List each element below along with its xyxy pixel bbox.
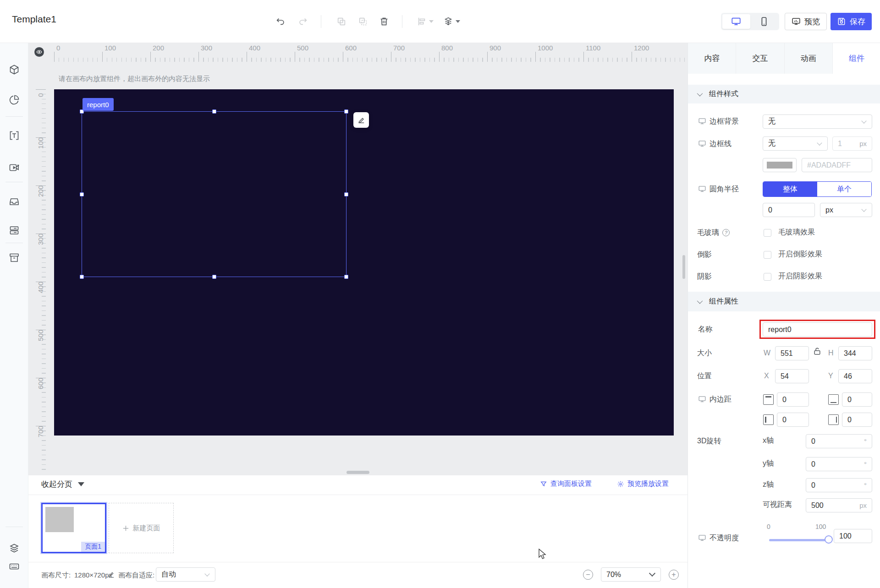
pages-divider (28, 562, 688, 562)
archive-box-icon[interactable] (9, 252, 20, 263)
tab-content[interactable]: 内容 (688, 43, 736, 74)
opacity-max-label: 100 (815, 523, 826, 530)
design-canvas[interactable]: report0 (54, 89, 674, 436)
h-ruler-ticks (54, 58, 688, 62)
canvas-fit-select[interactable]: 自动 (156, 567, 215, 582)
layers-icon[interactable] (9, 543, 20, 554)
radius-value-input[interactable]: 0 (763, 203, 815, 217)
panel-drag-handle[interactable] (346, 471, 369, 474)
radius-label: 圆角半径 (698, 184, 739, 194)
size-label: 大小 (697, 348, 712, 358)
glass-checkbox-label: 毛玻璃效果 (778, 228, 815, 237)
resize-handle-sw[interactable] (80, 275, 84, 279)
save-button[interactable]: 保存 (830, 13, 872, 30)
resize-handle-se[interactable] (344, 275, 348, 279)
radius-overall-button[interactable]: 整体 (763, 182, 817, 196)
resize-handle-ne[interactable] (344, 109, 348, 114)
align-caret-icon[interactable] (429, 20, 434, 23)
border-line-select[interactable]: 无 (763, 136, 828, 151)
plus-icon (122, 525, 129, 532)
canvas-size-label: 画布尺寸: (41, 571, 71, 580)
resize-handle-s[interactable] (212, 275, 216, 279)
keyboard-icon[interactable] (9, 561, 20, 572)
border-color-input[interactable]: #ADADADFF (802, 158, 872, 172)
name-label: 名称 (698, 324, 713, 334)
cube-3d-icon[interactable] (9, 64, 20, 75)
z-axis-input[interactable]: 0 ° (806, 478, 872, 492)
name-input[interactable]: report0 (763, 322, 872, 337)
layer-caret-icon[interactable] (456, 20, 460, 23)
vertical-scrollbar-thumb[interactable] (682, 255, 685, 279)
pie-chart-icon[interactable] (9, 94, 20, 105)
padding-bottom-input[interactable]: 0 (842, 392, 872, 407)
height-glyph: H (828, 349, 834, 357)
collapse-pages-button[interactable]: 收起分页 (41, 479, 84, 490)
desktop-toggle-button[interactable] (722, 14, 750, 29)
view-distance-input[interactable]: 500 px (806, 498, 872, 512)
properties-panel: 内容 交互 动画 组件 组件样式 边框背景 无 边框线 无 1 px (688, 43, 880, 588)
layer-order-icon[interactable] (443, 16, 454, 27)
opacity-value-input[interactable]: 100 (834, 529, 872, 543)
y-axis-input[interactable]: 0 ° (806, 457, 872, 471)
resize-handle-n[interactable] (212, 109, 216, 114)
zoom-out-button[interactable]: − (583, 570, 593, 580)
section-component-style[interactable]: 组件样式 (688, 85, 880, 103)
opacity-slider-track[interactable] (769, 539, 831, 541)
selection-rect[interactable] (82, 111, 346, 277)
paste-special-icon[interactable] (358, 16, 368, 27)
pages-panel: 收起分页 查询面板设置 预览播放设置 页面1 新建页面 画布尺寸: 1280×7… (28, 475, 688, 588)
padding-right-input[interactable]: 0 (842, 413, 872, 427)
text-icon[interactable] (9, 130, 20, 141)
preview-play-settings-link[interactable]: 预览播放设置 (617, 479, 669, 488)
database-icon[interactable] (9, 225, 20, 236)
glass-checkbox[interactable] (764, 229, 771, 237)
lock-aspect-icon[interactable] (813, 347, 822, 356)
reflection-checkbox[interactable] (764, 251, 771, 259)
tab-animation[interactable]: 动画 (785, 43, 833, 74)
zoom-level-select[interactable]: 70% (601, 567, 661, 582)
zoom-in-button[interactable]: + (669, 570, 679, 580)
align-icon[interactable] (416, 16, 427, 27)
delete-icon[interactable] (379, 16, 390, 27)
preview-button[interactable]: 预览 (785, 13, 827, 30)
y-input[interactable]: 46 (838, 369, 872, 383)
chevron-down-icon (861, 118, 866, 123)
resize-handle-e[interactable] (344, 192, 348, 196)
edit-component-button[interactable] (353, 112, 369, 128)
mobile-toggle-button[interactable] (750, 14, 778, 29)
panel-tabs: 内容 交互 动画 组件 (688, 43, 880, 74)
help-icon[interactable]: ? (722, 229, 730, 236)
padding-top-input[interactable]: 0 (777, 392, 809, 407)
x-input[interactable]: 54 (775, 369, 809, 383)
radius-unit-select[interactable]: px (820, 203, 872, 217)
query-panel-settings-link[interactable]: 查询面板设置 (540, 479, 592, 488)
padding-left-input[interactable]: 0 (777, 413, 809, 427)
opacity-slider-thumb[interactable] (825, 535, 833, 544)
resize-handle-w[interactable] (80, 192, 84, 196)
toolbar-divider (321, 15, 321, 28)
monitor-icon (698, 396, 706, 403)
chevron-down-icon (817, 140, 822, 145)
undo-icon[interactable] (275, 16, 286, 27)
video-icon[interactable] (9, 162, 20, 173)
eye-icon[interactable] (34, 47, 44, 57)
width-input[interactable]: 551 (775, 346, 809, 360)
border-color-swatch[interactable] (763, 158, 797, 172)
height-input[interactable]: 344 (838, 346, 872, 360)
border-width-input[interactable]: 1 px (832, 136, 872, 151)
glass-label: 毛玻璃 ? (697, 228, 730, 238)
tab-component[interactable]: 组件 (833, 43, 880, 74)
redo-icon[interactable] (297, 16, 308, 27)
border-bg-select[interactable]: 无 (763, 114, 872, 129)
radius-single-button[interactable]: 单个 (817, 182, 871, 196)
x-axis-input[interactable]: 0 ° (806, 434, 872, 448)
edit-canvas-size-icon[interactable] (107, 570, 116, 578)
page-thumbnail-1[interactable]: 页面1 (41, 503, 106, 553)
section-component-attrs[interactable]: 组件属性 (688, 292, 880, 311)
shadow-checkbox[interactable] (764, 273, 771, 281)
component-style-title: 组件样式 (709, 89, 738, 99)
new-page-button[interactable]: 新建页面 (109, 503, 174, 553)
copy-icon[interactable] (336, 16, 347, 27)
inbox-icon[interactable] (9, 196, 20, 207)
tab-interaction[interactable]: 交互 (736, 43, 784, 74)
